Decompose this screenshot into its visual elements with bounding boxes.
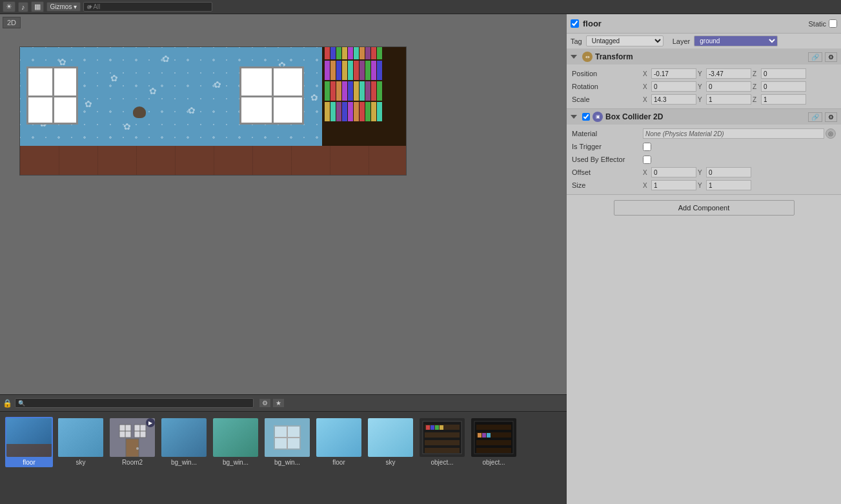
asset-search-input[interactable] — [15, 398, 254, 408]
pos-x-group: X — [643, 68, 696, 79]
flower-4: ✿ — [214, 79, 221, 90]
scale-inputs: X Y Z — [643, 94, 836, 105]
floor-thumb-svg — [6, 418, 52, 457]
book — [365, 47, 370, 59]
is-trigger-checkbox[interactable] — [643, 143, 651, 151]
asset-options-btn[interactable]: ⚙ — [259, 398, 271, 408]
transform-settings-btn[interactable]: ⚙ — [825, 52, 837, 62]
rot-z-input[interactable] — [761, 81, 806, 92]
scale-x-input[interactable] — [651, 94, 696, 105]
gameobject-active-checkbox[interactable] — [571, 19, 579, 28]
rot-x-input[interactable] — [651, 81, 696, 92]
rot-y-input[interactable] — [706, 81, 751, 92]
flower-1: ✿ — [59, 57, 66, 67]
offset-y-label: Y — [698, 169, 705, 176]
used-by-effector-checkbox[interactable] — [643, 156, 651, 164]
book — [365, 61, 370, 80]
asset-label-floor-sel: floor — [23, 459, 35, 466]
size-inputs: X Y — [643, 180, 836, 190]
book — [336, 47, 341, 59]
rot-z-label: Z — [753, 83, 760, 90]
book — [371, 102, 376, 121]
asset-item-sky[interactable]: sky — [57, 417, 105, 467]
scene-canvas[interactable]: 2D ✿ ✿ ✿ ✿ ✿ ✿ ✿ ✿ ✿ ✿ ✿ — [0, 14, 567, 394]
bottom-toolbar: 🔒 🔍 ⚙ ★ — [0, 395, 567, 412]
svg-rect-1 — [6, 444, 52, 457]
boxcollider-component-header[interactable]: ▣ Box Collider 2D 🔗 ⚙ — [567, 109, 841, 125]
asset-label-bgwin2: bg_win... — [223, 459, 248, 466]
pos-y-input[interactable] — [706, 68, 751, 79]
static-checkbox[interactable] — [829, 19, 837, 28]
material-picker-btn[interactable]: ◎ — [826, 128, 836, 139]
obj2-svg — [471, 418, 516, 457]
offset-row: Offset X Y — [567, 166, 841, 179]
add-component-button[interactable]: Add Component — [614, 200, 795, 216]
offset-y-input[interactable] — [706, 167, 751, 177]
asset-item-bgwin2[interactable]: bg_win... — [212, 417, 259, 467]
asset-item-sky2[interactable]: sky — [367, 417, 414, 467]
transform-link-btn[interactable]: 🔗 — [808, 52, 822, 62]
scene-search-input[interactable] — [83, 2, 212, 12]
size-x-input[interactable] — [651, 180, 696, 190]
svg-rect-26 — [426, 425, 430, 430]
scale-z-input[interactable] — [761, 94, 806, 105]
pos-z-input[interactable] — [761, 68, 806, 79]
pos-x-input[interactable] — [651, 68, 696, 79]
material-label: Material — [572, 130, 643, 137]
asset-item-floor-selected[interactable]: floor — [5, 417, 53, 467]
transform-component-header[interactable]: ⇔ Transform 🔗 ⚙ — [567, 49, 841, 65]
rot-x-group: X — [643, 81, 696, 92]
position-label: Position — [572, 70, 643, 77]
pos-z-label: Z — [753, 70, 760, 77]
used-by-effector-row: Used By Effector — [567, 153, 841, 166]
asset-item-floor2[interactable]: floor — [315, 417, 363, 467]
collider-enabled-checkbox[interactable] — [582, 113, 590, 121]
tag-select[interactable]: Untagged — [586, 35, 664, 46]
size-y-input[interactable] — [706, 180, 751, 190]
book — [336, 61, 341, 80]
asset-item-room2[interactable]: ▶ Room2 — [108, 417, 156, 467]
offset-x-input[interactable] — [651, 167, 696, 177]
book — [360, 81, 365, 101]
flower-5: ✿ — [85, 99, 92, 109]
asset-item-object1[interactable]: object... — [418, 417, 466, 467]
svg-rect-35 — [476, 448, 511, 453]
window-v-divider-right — [272, 68, 274, 123]
2d-toggle-btn[interactable]: 2D — [3, 17, 21, 28]
image-btn[interactable]: ▦ — [31, 1, 44, 12]
size-y-label: Y — [698, 182, 705, 189]
scale-label: Scale — [572, 96, 643, 103]
main-area: 2D ✿ ✿ ✿ ✿ ✿ ✿ ✿ ✿ ✿ ✿ ✿ — [0, 14, 841, 504]
position-row: Position X Y Z — [567, 67, 841, 80]
material-input[interactable] — [643, 128, 824, 139]
collider-icon: ▣ — [593, 112, 603, 122]
book — [336, 102, 341, 121]
book — [342, 47, 347, 59]
scale-y-label: Y — [698, 96, 705, 103]
flower-3: ✿ — [162, 54, 170, 64]
asset-favorites-btn[interactable]: ★ — [272, 398, 285, 408]
scale-y-input[interactable] — [706, 94, 751, 105]
gizmos-btn[interactable]: Gizmos ▾ — [46, 2, 81, 12]
layer-select[interactable]: ground — [694, 35, 778, 46]
scale-z-group: Z — [753, 94, 806, 105]
offset-label: Offset — [572, 168, 643, 176]
asset-item-bgwin1[interactable]: bg_win... — [160, 417, 208, 467]
collider-settings-btn[interactable]: ⚙ — [825, 112, 837, 122]
asset-label-object2: object... — [482, 459, 505, 466]
transform-header-icons: 🔗 ⚙ — [808, 52, 837, 62]
asset-item-bgwin3[interactable]: bg_win... — [263, 417, 311, 467]
collider-link-btn[interactable]: 🔗 — [808, 112, 822, 122]
gameobject-name-input[interactable] — [583, 19, 804, 28]
audio-btn[interactable]: ♪ — [18, 2, 28, 12]
asset-item-object2[interactable]: object... — [470, 417, 518, 467]
scene-search-icon: ⊕ — [86, 4, 92, 10]
layer-label: Layer — [673, 37, 691, 45]
book — [342, 102, 347, 121]
lock-icon[interactable]: 🔒 — [3, 399, 12, 408]
material-inputs: ◎ — [643, 128, 836, 139]
rotation-row: Rotation X Y Z — [567, 80, 841, 93]
scale-x-group: X — [643, 94, 696, 105]
offset-x-group: X — [643, 167, 696, 177]
sun-btn[interactable]: ☀ — [3, 1, 15, 12]
